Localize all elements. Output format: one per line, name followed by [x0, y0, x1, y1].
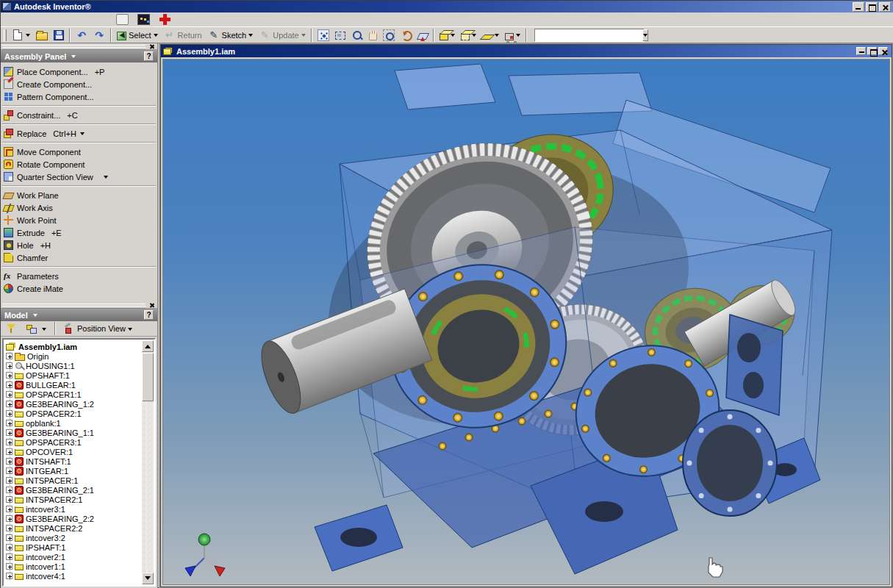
- menu-item[interactable]: [65, 18, 76, 21]
- tree-item[interactable]: HOUSING1:1: [6, 361, 142, 370]
- panel-item[interactable]: Pattern Component...: [1, 90, 157, 103]
- panel-help-button[interactable]: ?: [144, 310, 154, 320]
- doc-minimize-button[interactable]: [856, 47, 866, 55]
- expand-plus-icon[interactable]: [6, 544, 12, 551]
- toolbar-button[interactable]: [349, 28, 365, 43]
- model-toolbar-button[interactable]: Position View: [62, 321, 135, 336]
- expand-plus-icon[interactable]: [6, 506, 12, 512]
- chevron-down-icon[interactable]: [128, 328, 132, 333]
- tree-item[interactable]: opblank:1: [6, 418, 142, 428]
- expand-plus-icon[interactable]: [6, 439, 12, 445]
- tree-item[interactable]: OPCOVER:1: [6, 447, 142, 456]
- viewport-3d-canvas[interactable]: [162, 59, 890, 585]
- panel-item[interactable]: Create iMate: [1, 282, 157, 295]
- expand-plus-icon[interactable]: [6, 381, 12, 388]
- panel-item[interactable]: Chamfer: [1, 251, 157, 264]
- tree-item[interactable]: GE3BEARING_2:1: [6, 485, 142, 495]
- panel-item[interactable]: Hole +H: [1, 239, 157, 251]
- panel-item[interactable]: Replace Ctrl+H: [1, 127, 157, 140]
- toolbar-button[interactable]: [416, 28, 430, 43]
- tree-item[interactable]: IPSHAFT:1: [6, 542, 142, 552]
- chevron-down-icon[interactable]: [71, 55, 76, 60]
- toolbar-button[interactable]: [315, 28, 331, 43]
- panel-item[interactable]: Place Component... +P: [1, 65, 157, 78]
- tree-item[interactable]: GE3BEARING_1:1: [6, 428, 142, 437]
- expand-plus-icon[interactable]: [6, 372, 12, 379]
- toolbar-button[interactable]: [10, 28, 32, 43]
- model-panel-grip[interactable]: [1, 302, 157, 309]
- toolbar-button[interactable]: [51, 28, 66, 43]
- toolbar-button[interactable]: [333, 28, 348, 43]
- menu-item[interactable]: [35, 18, 45, 21]
- tree-item[interactable]: GE3BEARING_1:2: [6, 399, 142, 409]
- toolbar-button[interactable]: Select: [115, 28, 160, 43]
- chevron-down-icon[interactable]: [104, 176, 108, 181]
- panel-item[interactable]: Work Point: [1, 214, 157, 226]
- toolbar-button[interactable]: [480, 28, 501, 43]
- toolbar-grip[interactable]: [4, 29, 7, 41]
- document-title-bar[interactable]: Assembly1.iam: [161, 45, 892, 57]
- expand-plus-icon[interactable]: [6, 458, 12, 465]
- toolbar-button[interactable]: Return: [162, 28, 204, 43]
- toolbar-button[interactable]: [398, 28, 415, 43]
- panel-item[interactable]: Quarter Section View: [1, 171, 157, 183]
- close-button[interactable]: [879, 2, 891, 12]
- panel-item[interactable]: Extrude +E: [1, 226, 157, 239]
- tree-item[interactable]: BULLGEAR:1: [6, 380, 142, 390]
- panel-item[interactable]: Create Component...: [1, 78, 157, 90]
- tree-item[interactable]: INTSPACER2:2: [6, 523, 142, 533]
- close-panel-icon[interactable]: [148, 43, 156, 50]
- restore-button[interactable]: [866, 2, 878, 12]
- model-toolbar-button[interactable]: [24, 321, 49, 336]
- expand-plus-icon[interactable]: [6, 477, 12, 484]
- toolbar-button[interactable]: [437, 28, 457, 43]
- expand-plus-icon[interactable]: [6, 448, 12, 455]
- expand-plus-icon[interactable]: [6, 391, 12, 398]
- expand-plus-icon[interactable]: [6, 563, 12, 570]
- scroll-up-button[interactable]: [142, 340, 154, 352]
- expand-plus-icon[interactable]: [6, 410, 12, 417]
- toolbar-button[interactable]: Update: [257, 28, 307, 43]
- tree-item[interactable]: intcover3:1: [6, 504, 142, 514]
- model-toolbar-button[interactable]: [4, 321, 21, 336]
- tree-item[interactable]: intcover4:1: [6, 571, 142, 581]
- assembly-panel-grip[interactable]: [1, 43, 157, 50]
- menu-item[interactable]: [96, 18, 107, 21]
- tree-item[interactable]: INTSPACER:1: [6, 476, 142, 485]
- minimize-button[interactable]: [853, 2, 864, 12]
- chevron-down-icon[interactable]: [33, 314, 37, 319]
- menu-icon-button[interactable]: [135, 12, 152, 27]
- scroll-down-button[interactable]: [142, 573, 154, 584]
- menu-item[interactable]: [76, 18, 86, 21]
- tree-item[interactable]: OPSPACER2:1: [6, 409, 142, 418]
- toolbar-button[interactable]: [34, 28, 50, 43]
- toolbar-button[interactable]: [459, 28, 478, 43]
- expand-plus-icon[interactable]: [6, 515, 12, 522]
- model-panel-header[interactable]: Model ?: [1, 309, 157, 321]
- panel-item[interactable]: Parameters: [1, 270, 157, 282]
- toolbar-button[interactable]: Sketch: [206, 28, 256, 43]
- tree-item[interactable]: OPSPACER1:1: [6, 390, 142, 399]
- expand-plus-icon[interactable]: [6, 401, 12, 407]
- menu-item[interactable]: [24, 18, 35, 21]
- combo-input[interactable]: [535, 30, 642, 40]
- menu-item[interactable]: [55, 18, 65, 21]
- expand-plus-icon[interactable]: [6, 353, 12, 359]
- doc-close-button[interactable]: [878, 47, 888, 55]
- assembly-panel-header[interactable]: Assembly Panel ?: [1, 50, 157, 62]
- menu-item[interactable]: [14, 18, 24, 21]
- tree-item[interactable]: intcover1:1: [6, 562, 142, 571]
- toolbar-button[interactable]: [91, 28, 107, 43]
- menu-item[interactable]: [86, 18, 96, 21]
- tree-item[interactable]: OPSPACER3:1: [6, 437, 142, 447]
- panel-item[interactable]: Move Component: [1, 146, 157, 158]
- expand-plus-icon[interactable]: [6, 429, 12, 436]
- expand-plus-icon[interactable]: [6, 553, 12, 560]
- expand-plus-icon[interactable]: [6, 573, 12, 579]
- menu-item[interactable]: [4, 18, 14, 21]
- tree-item[interactable]: INTGEAR:1: [6, 466, 142, 476]
- toolbar-button[interactable]: [381, 28, 397, 43]
- panel-item[interactable]: Rotate Component: [1, 158, 157, 171]
- tree-item[interactable]: INTSPACER2:1: [6, 495, 142, 504]
- combo-dropdown-button[interactable]: [642, 29, 648, 41]
